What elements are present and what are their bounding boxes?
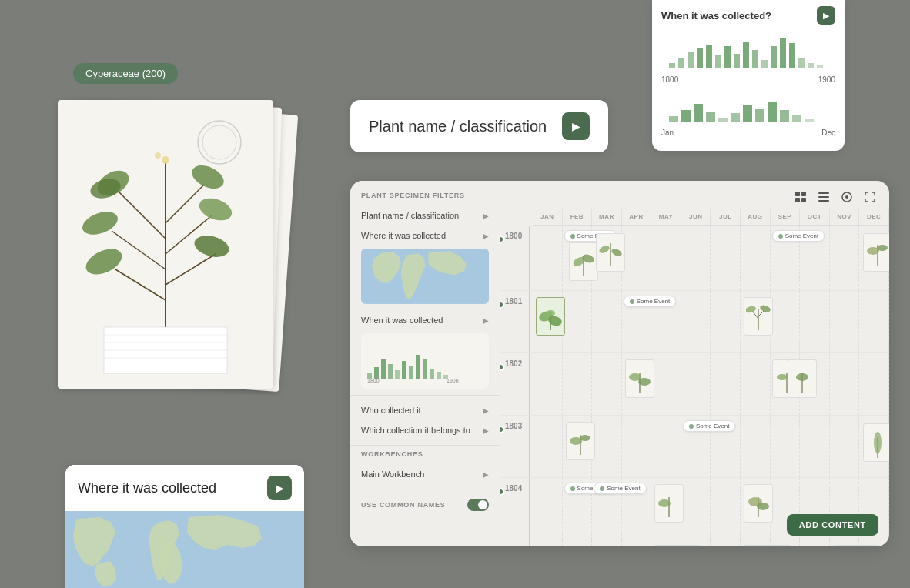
timeline-body: 1800 Some Event <box>500 226 889 546</box>
specimen-thumb[interactable] <box>566 422 595 460</box>
panel-toolbar <box>792 189 878 205</box>
svg-rect-29 <box>724 46 731 68</box>
svg-line-4 <box>166 185 204 223</box>
workbench-arrow: ▶ <box>483 470 489 479</box>
year-row-1803: 1803 <box>500 416 889 478</box>
where-header: Where it was collected ▶ <box>65 465 304 511</box>
month-dec: DEC <box>859 209 889 225</box>
svg-rect-30 <box>734 54 740 68</box>
month-jul: JUL <box>711 209 741 225</box>
filter-who-collected[interactable]: Who collected it ▶ <box>350 400 500 420</box>
year-content-1801: Some Event <box>533 291 889 352</box>
grid-view-icon[interactable] <box>792 189 809 205</box>
year-content-1800: Some Event <box>533 226 889 290</box>
month-feb: FEB <box>563 209 593 225</box>
svg-rect-46 <box>743 105 752 122</box>
svg-rect-33 <box>761 60 768 68</box>
add-content-button[interactable]: ADD CONTENT <box>787 514 878 536</box>
svg-point-12 <box>79 208 121 239</box>
month-apr: APR <box>622 209 652 225</box>
filter-when-collected[interactable]: When it was collected ▶ <box>350 310 500 330</box>
svg-rect-63 <box>430 369 434 379</box>
sidebar-map <box>361 249 489 304</box>
plant-name-classification-button[interactable]: Plant name / classification ▶ <box>350 100 608 152</box>
year-label-1804: 1804 <box>500 478 533 540</box>
when-collected-card: When it was collected? ▶ 1800 1900 <box>652 0 845 151</box>
svg-rect-36 <box>789 43 795 68</box>
month-aug: AUG <box>741 209 771 225</box>
month-start-label: Jan <box>661 129 674 137</box>
when-collected-arrow[interactable]: ▶ <box>817 6 835 25</box>
filter-which-collection[interactable]: Which collection it belongs to ▶ <box>350 420 500 440</box>
specimen-thumb[interactable] <box>654 484 684 523</box>
svg-rect-50 <box>792 115 801 122</box>
svg-rect-42 <box>694 104 703 122</box>
svg-rect-48 <box>768 102 777 122</box>
specimen-thumb[interactable] <box>863 423 889 462</box>
svg-rect-43 <box>706 112 715 122</box>
svg-rect-56 <box>381 359 386 379</box>
when-collected-title: When it was collected? <box>661 10 771 22</box>
svg-point-97 <box>746 305 757 313</box>
year-start-label: 1800 <box>661 75 678 84</box>
expand-icon[interactable] <box>861 189 878 205</box>
list-view-icon[interactable] <box>815 189 832 205</box>
svg-point-96 <box>546 310 555 316</box>
svg-rect-58 <box>395 370 400 379</box>
svg-rect-79 <box>795 192 800 196</box>
cyperaceae-badge[interactable]: Cyperaceae (200) <box>73 63 178 84</box>
svg-point-105 <box>874 432 882 453</box>
specimen-thumb[interactable] <box>596 233 625 272</box>
svg-point-11 <box>189 161 228 193</box>
year-row-1805: 1805 <box>500 540 889 546</box>
specimen-thumb[interactable] <box>625 359 654 398</box>
svg-rect-60 <box>409 366 413 379</box>
svg-rect-49 <box>780 110 789 122</box>
svg-rect-40 <box>669 116 678 122</box>
svg-rect-39 <box>817 65 823 68</box>
where-collected-arrow[interactable]: ▶ <box>267 476 292 500</box>
timeline-header: JAN FEB MAR APR MAY JUN JUL AUG SEP OCT … <box>533 209 889 226</box>
year-content-1803: Some Event <box>533 416 889 477</box>
year-end-label: 1900 <box>818 75 835 84</box>
svg-point-98 <box>759 304 771 313</box>
filter-plant-name[interactable]: Plant name / classification ▶ <box>350 205 500 226</box>
filter-where-collected[interactable]: Where it was collected ▶ <box>350 226 500 246</box>
year-label-1802: 1802 <box>500 353 533 415</box>
year-content-1802 <box>533 353 889 415</box>
svg-rect-37 <box>798 58 805 68</box>
svg-rect-35 <box>780 38 786 68</box>
svg-point-14 <box>82 244 125 280</box>
svg-rect-28 <box>715 55 721 68</box>
month-end-label: Dec <box>821 129 835 137</box>
specimen-thumb[interactable] <box>744 484 773 523</box>
svg-point-17 <box>155 152 161 159</box>
plant-name-arrow[interactable]: ▶ <box>562 112 590 140</box>
svg-rect-64 <box>437 372 441 379</box>
divider-1 <box>350 395 500 396</box>
settings-icon[interactable] <box>838 189 855 205</box>
specimen-thumb[interactable] <box>863 233 889 272</box>
svg-rect-84 <box>818 196 829 198</box>
svg-rect-61 <box>416 355 420 379</box>
year-label-1803: 1803 <box>500 416 533 477</box>
svg-line-3 <box>119 192 166 239</box>
divider-2 <box>350 445 500 446</box>
specimen-thumb[interactable] <box>536 297 565 336</box>
divider-3 <box>350 489 500 489</box>
svg-text:1900: 1900 <box>447 378 459 383</box>
svg-point-108 <box>757 503 769 510</box>
specimen-thumb[interactable] <box>744 297 773 336</box>
svg-rect-23 <box>669 63 675 68</box>
svg-rect-41 <box>681 110 691 122</box>
workbench-main[interactable]: Main Workbench ▶ <box>350 464 500 484</box>
year-label-1805: 1805 <box>500 540 533 546</box>
common-names-row: USE COMMON NAMES <box>350 494 500 516</box>
svg-point-16 <box>162 156 169 164</box>
svg-rect-26 <box>697 48 703 68</box>
filter-arrow-5: ▶ <box>483 426 489 435</box>
year-label-1800: 1800 <box>500 226 533 290</box>
svg-text:1800: 1800 <box>367 378 380 383</box>
common-names-toggle[interactable] <box>467 499 489 511</box>
workbenches-title: WORKBENCHES <box>350 450 500 458</box>
